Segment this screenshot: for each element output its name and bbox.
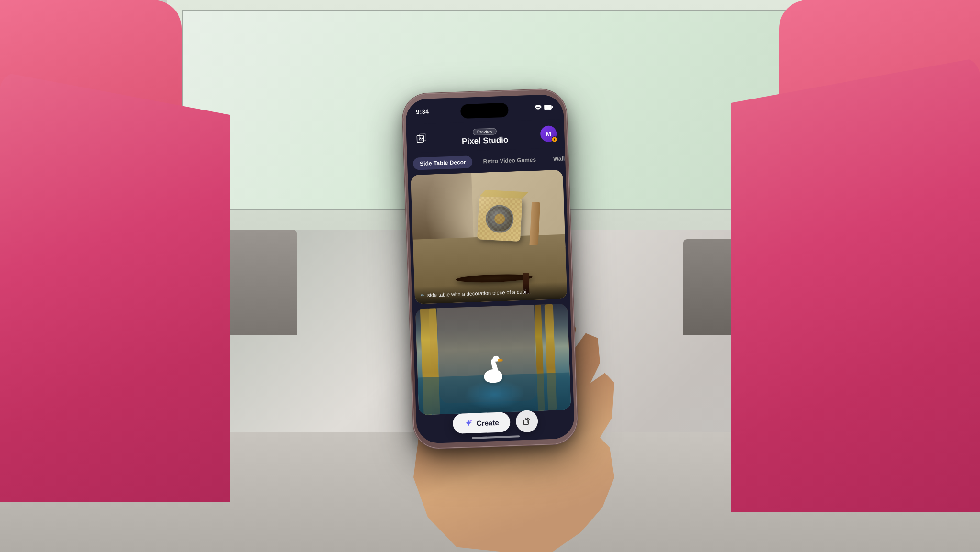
caption-text-1: side table with a decoration piece of a … <box>427 288 531 298</box>
caption-edit-icon: ✏ <box>421 293 424 298</box>
phone-frame: 9:34 <box>402 89 578 448</box>
tab-retro-video-games[interactable]: Retro Video Games <box>476 153 543 168</box>
share-button[interactable] <box>516 410 539 433</box>
dynamic-island <box>460 103 509 119</box>
battery-icon <box>544 104 553 110</box>
app-title: Pixel Studio <box>429 134 541 147</box>
image-card-speaker[interactable]: ✏ side table with a decoration piece of … <box>411 170 567 304</box>
create-sparkle-icon <box>464 419 473 428</box>
swan <box>481 358 506 383</box>
tab-side-table-decor[interactable]: Side Table Decor <box>413 155 473 170</box>
image-card-1-content: ✏ side table with a decoration piece of … <box>411 170 567 304</box>
user-avatar[interactable]: M ! <box>540 125 557 142</box>
swan-scene <box>415 304 571 415</box>
status-time: 9:34 <box>416 108 429 115</box>
preview-badge: Preview <box>473 128 497 136</box>
svg-rect-2 <box>552 106 553 108</box>
avatar-letter: M <box>546 130 551 138</box>
svg-rect-1 <box>545 105 550 109</box>
phone-screen: 9:34 <box>405 94 575 444</box>
image-card-swan[interactable] <box>415 304 571 415</box>
phone-container: 9:34 <box>402 89 578 448</box>
water-reflection <box>464 379 525 411</box>
cube-face <box>477 196 523 242</box>
chair-right <box>731 57 980 512</box>
bottom-action-bar: Create <box>416 406 575 439</box>
header-title-area: Preview Pixel Studio <box>429 124 541 147</box>
create-label: Create <box>477 418 499 427</box>
swan-beak <box>498 359 503 361</box>
share-icon <box>523 417 532 426</box>
content-area: ✏ side table with a decoration piece of … <box>408 170 575 444</box>
avatar-notification-badge: ! <box>551 136 557 142</box>
status-icons <box>535 104 553 110</box>
chair-left <box>0 72 230 502</box>
wifi-icon <box>535 105 541 110</box>
gallery-icon-button[interactable] <box>414 130 430 146</box>
create-button[interactable]: Create <box>452 412 511 434</box>
cube-speaker <box>477 196 532 252</box>
svg-rect-4 <box>419 134 426 141</box>
gallery-icon <box>416 133 427 144</box>
cube-mosaic <box>477 196 523 242</box>
